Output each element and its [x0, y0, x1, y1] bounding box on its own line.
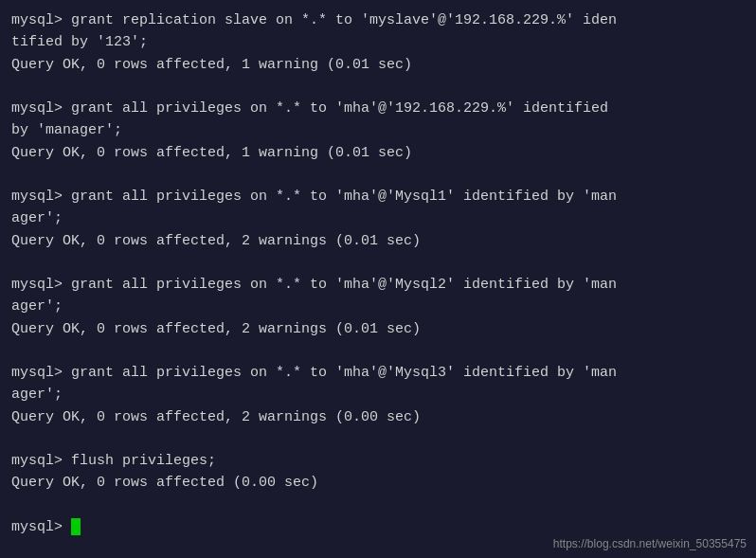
result-line-6: Query OK, 0 rows affected (0.00 sec)	[11, 472, 745, 494]
blank-4	[11, 340, 745, 362]
result-line-2: Query OK, 0 rows affected, 1 warning (0.…	[11, 142, 745, 164]
command-line-5: mysql> grant all privileges on *.* to 'm…	[11, 362, 745, 406]
blank-2	[11, 164, 745, 186]
command-line-1: mysql> grant replication slave on *.* to…	[11, 9, 745, 54]
watermark: https://blog.csdn.net/weixin_50355475	[553, 537, 747, 550]
blank-1	[11, 76, 745, 98]
result-line-1: Query OK, 0 rows affected, 1 warning (0.…	[11, 54, 745, 76]
blank-5	[11, 428, 745, 450]
command-line-2: mysql> grant all privileges on *.* to 'm…	[11, 98, 745, 142]
command-line-6: mysql> flush privileges;	[11, 450, 745, 472]
command-line-3: mysql> grant all privileges on *.* to 'm…	[11, 186, 745, 230]
command-line-4: mysql> grant all privileges on *.* to 'm…	[11, 274, 745, 318]
active-prompt[interactable]: mysql>	[11, 516, 745, 538]
terminal-cursor	[71, 518, 81, 535]
terminal-window: mysql> grant replication slave on *.* to…	[0, 0, 756, 558]
result-line-4: Query OK, 0 rows affected, 2 warnings (0…	[11, 318, 745, 340]
result-line-5: Query OK, 0 rows affected, 2 warnings (0…	[11, 406, 745, 428]
blank-3	[11, 252, 745, 274]
blank-6	[11, 495, 745, 516]
result-line-3: Query OK, 0 rows affected, 2 warnings (0…	[11, 230, 745, 252]
